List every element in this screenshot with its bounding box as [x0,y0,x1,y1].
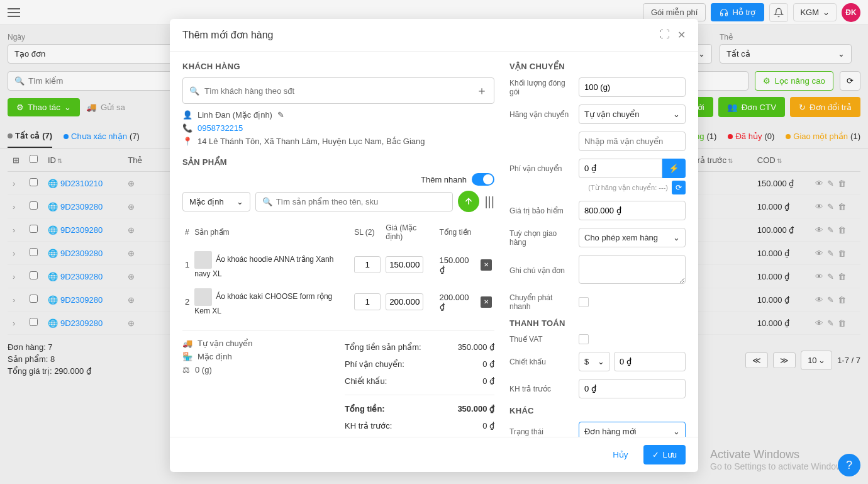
user-icon: 👤 [182,110,192,120]
close-icon[interactable]: ✕ [677,29,686,41]
fee-flash-button[interactable]: ⚡ [662,159,686,178]
col-price: Giá (Mặc định) [383,218,437,246]
customer-section-title: Khách hàng [182,62,494,71]
product-thumb [194,251,212,269]
product-section-title: Sản phẩm [182,157,494,167]
express-checkbox[interactable] [579,297,589,307]
shipping-section-title: Vận chuyển [509,62,686,71]
carrier-label: Hãng vận chuyển [509,110,572,119]
save-button[interactable]: ✓ Lưu [643,445,686,464]
vat-checkbox[interactable] [579,334,589,344]
delivery-option-value: Cho phép xem hàng [584,233,658,242]
tracking-input[interactable] [579,132,686,151]
totals-box: Tổng tiền sản phẩm:350.000 ₫ Phí vận chu… [345,339,494,437]
col-idx: # [182,218,192,246]
upload-button[interactable] [458,191,479,212]
prepaid-value: 0 ₫ [482,421,494,431]
qty-input[interactable] [354,293,381,310]
carrier-select[interactable]: Tự vận chuyển⌄ [579,104,686,124]
fee-note: (Từ hãng vận chuyển: ---) [588,184,668,192]
cancel-button[interactable]: Hủy [605,445,635,464]
shipping-summary: 🚚Tự vận chuyển 🏪Mặc định ⚖0 (g) [182,339,332,437]
save-label: Lưu [663,450,677,459]
other-section-title: Khác [509,406,686,415]
phone-icon: 📞 [182,123,192,133]
warehouse-select[interactable]: Mặc định ⌄ [182,192,250,211]
total-label: Tổng tiền: [345,404,385,414]
location-icon: 📍 [182,137,192,146]
create-order-modal: Thêm mới đơn hàng ⛶ ✕ Khách hàng 🔍 ＋ 👤Li… [170,19,698,472]
barcode-icon[interactable]: ||| [484,194,494,209]
product-row: 1 Áo khoác hoodie ANNA trắng Xanh navy X… [182,246,494,283]
plus-icon[interactable]: ＋ [476,83,487,98]
status-select[interactable]: Đơn hàng mới⌄ [579,422,686,437]
shipfee-value: 0 ₫ [482,359,494,369]
product-row: 2 Áo khoác kaki CHOOSE form rộng Kem XL … [182,283,494,320]
ship-method: Tự vận chuyển [198,339,253,348]
prepaid-input[interactable] [579,379,686,398]
remove-product-button[interactable]: ✕ [481,296,492,308]
weight-input[interactable] [579,77,686,97]
customer-search[interactable]: 🔍 ＋ [182,77,494,104]
search-icon: 🔍 [262,197,272,206]
chevron-down-icon: ⌄ [673,233,680,242]
discount-value: 0 ₫ [482,376,494,386]
customer-phone[interactable]: 0958732215 [198,123,243,133]
truck-icon: 🚚 [182,339,192,348]
product-search[interactable]: 🔍 [255,192,453,211]
insurance-input[interactable] [579,201,686,220]
subtotal-label: Tổng tiền sản phẩm: [345,342,421,352]
discount-field-label: Chiết khấu [509,357,572,366]
chevron-down-icon: ⌄ [598,357,604,366]
discount-unit: $ [584,357,589,366]
edit-icon[interactable]: ✎ [277,110,284,120]
customer-search-input[interactable] [204,86,471,96]
ship-note-input[interactable] [579,255,686,284]
discount-label: Chiết khấu: [345,376,387,386]
carrier-value: Tự vận chuyển [584,110,640,119]
qty-input[interactable] [354,256,381,273]
product-total: 150.000 ₫ [437,246,478,283]
shipfee-label: Phí vận chuyển: [345,359,404,369]
weight-icon: ⚖ [182,365,190,374]
discount-unit-select[interactable]: $⌄ [579,352,610,371]
delivery-option-label: Tuỳ chọn giao hàng [509,229,572,247]
col-total: Tổng tiền [437,218,478,246]
quick-add-toggle[interactable] [472,173,494,186]
chevron-down-icon: ⌄ [673,110,680,119]
product-table: # Sản phẩm SL (2) Giá (Mặc định) Tổng ti… [182,218,494,320]
ship-default: Mặc định [198,352,232,361]
price-input[interactable] [386,293,423,310]
expand-icon[interactable]: ⛶ [660,29,670,41]
ship-fee-label: Phí vận chuyển [509,164,572,173]
ship-fee-input[interactable] [579,159,662,178]
product-name: Áo khoác hoodie ANNA trắng Xanh navy XL [194,255,333,278]
search-icon: 🔍 [189,86,199,96]
chevron-down-icon: ⌄ [236,197,243,206]
payment-section-title: Thanh toán [509,318,686,328]
col-qty: SL (2) [352,218,383,246]
product-total: 200.000 ₫ [437,283,478,320]
ship-note-label: Ghi chú vận đơn [509,266,572,275]
price-input[interactable] [386,256,423,273]
product-search-input[interactable] [276,197,447,206]
subtotal-value: 350.000 ₫ [457,342,494,352]
status-value: Đơn hàng mới [584,427,636,436]
weight-label: Khối lượng đóng gói [509,79,572,96]
product-idx: 2 [182,283,192,320]
prepaid-label: KH trả trước: [345,421,392,431]
vat-label: Thuế VAT [509,335,572,344]
total-value: 350.000 ₫ [457,404,494,414]
delivery-option-select[interactable]: Cho phép xem hàng⌄ [579,228,686,247]
remove-product-button[interactable]: ✕ [481,259,492,271]
check-icon: ✓ [652,450,659,459]
quick-add-label: Thêm nhanh [421,175,467,184]
col-product: Sản phẩm [192,218,352,246]
customer-info: 👤Linh Đan (Mặc định) ✎ 📞0958732215 📍14 L… [182,110,494,146]
product-name: Áo khoác kaki CHOOSE form rộng Kem XL [194,292,332,315]
store-icon: 🏪 [182,352,192,361]
discount-input[interactable] [614,352,686,371]
status-label: Trạng thái [509,427,572,436]
warehouse-value: Mặc định [189,197,224,206]
fee-refresh-button[interactable]: ⟳ [672,181,686,194]
